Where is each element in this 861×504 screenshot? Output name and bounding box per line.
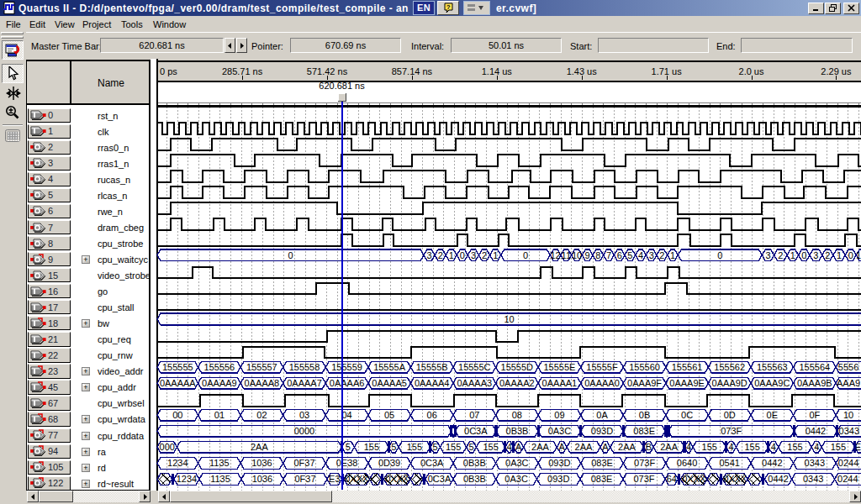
svg-text:3: 3	[765, 250, 770, 260]
svg-text:4: 4	[814, 442, 819, 452]
svg-text:093D: 093D	[547, 474, 569, 484]
svg-text:06: 06	[427, 410, 437, 420]
svg-text:0B: 0B	[639, 410, 650, 420]
svg-text:0AAAA4: 0AAAA4	[415, 378, 450, 388]
svg-text:0C: 0C	[681, 410, 693, 420]
svg-text:15555C: 15555C	[458, 362, 491, 372]
svg-text:0F: 0F	[809, 410, 820, 420]
svg-text:09: 09	[554, 410, 564, 420]
svg-text:2AA: 2AA	[575, 442, 593, 452]
svg-text:4: 4	[771, 442, 776, 452]
svg-text:3: 3	[813, 250, 818, 260]
svg-text:0640: 0640	[677, 458, 697, 468]
svg-text:1234: 1234	[177, 474, 197, 484]
svg-text:4: 4	[728, 442, 733, 452]
svg-text:155556: 155556	[204, 362, 235, 372]
svg-text:2AA: 2AA	[660, 442, 678, 452]
svg-text:01: 01	[214, 410, 224, 420]
svg-text:155: 155	[702, 442, 717, 452]
svg-text:155: 155	[446, 442, 461, 452]
svg-text:0AAA9B: 0AAA9B	[797, 378, 832, 388]
svg-text:0: 0	[460, 250, 465, 260]
svg-text:2.29 us: 2.29 us	[821, 66, 852, 76]
svg-text:0AAA9D: 0AAA9D	[712, 378, 747, 388]
svg-text:0: 0	[717, 250, 722, 260]
svg-text:02: 02	[256, 410, 267, 420]
svg-text:1: 1	[837, 250, 842, 260]
svg-text:0E38: 0E38	[336, 458, 358, 468]
svg-text:155558: 155558	[289, 362, 320, 372]
svg-text:155562: 155562	[714, 362, 745, 372]
svg-text:155: 155	[787, 442, 802, 452]
svg-text:0000: 0000	[294, 426, 314, 436]
svg-text:04: 04	[341, 410, 351, 420]
svg-text:1.43 us: 1.43 us	[567, 66, 598, 76]
svg-text:1.71 us: 1.71 us	[652, 66, 683, 76]
svg-text:0AAA9F: 0AAA9F	[627, 378, 662, 388]
svg-text:3: 3	[649, 250, 654, 260]
svg-text:15555B: 15555B	[416, 362, 448, 372]
svg-text:64: 64	[667, 474, 677, 484]
svg-text:1234: 1234	[167, 458, 188, 468]
svg-text:155555: 155555	[162, 362, 193, 372]
svg-text:0442: 0442	[768, 474, 788, 484]
svg-text:0442: 0442	[762, 458, 782, 468]
svg-text:285.71 ns: 285.71 ns	[222, 66, 263, 76]
svg-text:2: 2	[659, 250, 664, 260]
svg-text:083E: 083E	[591, 474, 613, 484]
svg-text:0XXX: 0XXX	[682, 474, 706, 484]
svg-text:5: 5	[346, 442, 351, 452]
svg-text:10: 10	[572, 250, 582, 260]
svg-text:0AAAA3: 0AAAA3	[457, 378, 493, 388]
svg-text:2.0 us: 2.0 us	[739, 66, 764, 76]
svg-text:0F37: 0F37	[294, 474, 315, 484]
svg-text:0: 0	[801, 250, 806, 260]
svg-text:5: 5	[391, 442, 396, 452]
svg-text:0AAAA1: 0AAAA1	[542, 378, 578, 388]
svg-text:6: 6	[617, 250, 622, 260]
svg-text:9: 9	[585, 250, 590, 260]
svg-text:155561: 155561	[672, 362, 703, 372]
svg-text:2: 2	[778, 250, 783, 260]
svg-text:0: 0	[288, 250, 293, 260]
svg-text:B: B	[646, 442, 652, 452]
svg-text:0B3B: 0B3B	[463, 474, 486, 484]
svg-text:5: 5	[433, 442, 438, 452]
svg-text:0B3B: 0B3B	[463, 458, 486, 468]
svg-text:1.14 us: 1.14 us	[482, 66, 513, 76]
svg-text:0244: 0244	[838, 458, 858, 468]
svg-text:0AAA9E: 0AAA9E	[669, 378, 705, 388]
svg-text:11: 11	[562, 250, 571, 260]
svg-text:155563: 155563	[757, 362, 788, 372]
svg-text:15555A: 15555A	[373, 362, 406, 372]
svg-text:00: 00	[172, 410, 182, 420]
svg-text:2AA: 2AA	[618, 442, 636, 452]
svg-text:4: 4	[507, 442, 512, 452]
svg-text:1: 1	[493, 250, 498, 260]
svg-text:155: 155	[744, 442, 759, 452]
svg-text:0D39: 0D39	[378, 458, 400, 468]
svg-text:1: 1	[856, 250, 861, 260]
svg-text:0B3B: 0B3B	[506, 426, 529, 436]
svg-text:03: 03	[299, 410, 309, 420]
svg-text:A: A	[602, 442, 609, 452]
svg-text:2AA: 2AA	[251, 442, 268, 452]
svg-text:0: 0	[848, 250, 853, 260]
svg-text:0: 0	[523, 250, 528, 260]
svg-text:0AAAAA: 0AAAAA	[160, 378, 196, 388]
svg-text:0XXX: 0XXX	[723, 474, 747, 484]
svg-text:0A: 0A	[596, 410, 608, 420]
svg-text:15555F: 15555F	[586, 362, 618, 372]
svg-text:0244: 0244	[837, 474, 858, 484]
svg-text:0C3A: 0C3A	[428, 474, 452, 484]
svg-text:155564: 155564	[799, 362, 830, 372]
svg-text:155557: 155557	[246, 362, 277, 372]
svg-text:3: 3	[471, 250, 476, 260]
svg-text:1: 1	[449, 250, 454, 260]
svg-text:0E: 0E	[767, 410, 778, 420]
svg-text:0XXX: 0XXX	[345, 474, 369, 484]
svg-text:0AAAA5: 0AAAA5	[372, 378, 407, 388]
svg-text:0C3A: 0C3A	[420, 458, 444, 468]
svg-text:155559: 155559	[331, 362, 362, 372]
svg-text:0343: 0343	[803, 474, 823, 484]
